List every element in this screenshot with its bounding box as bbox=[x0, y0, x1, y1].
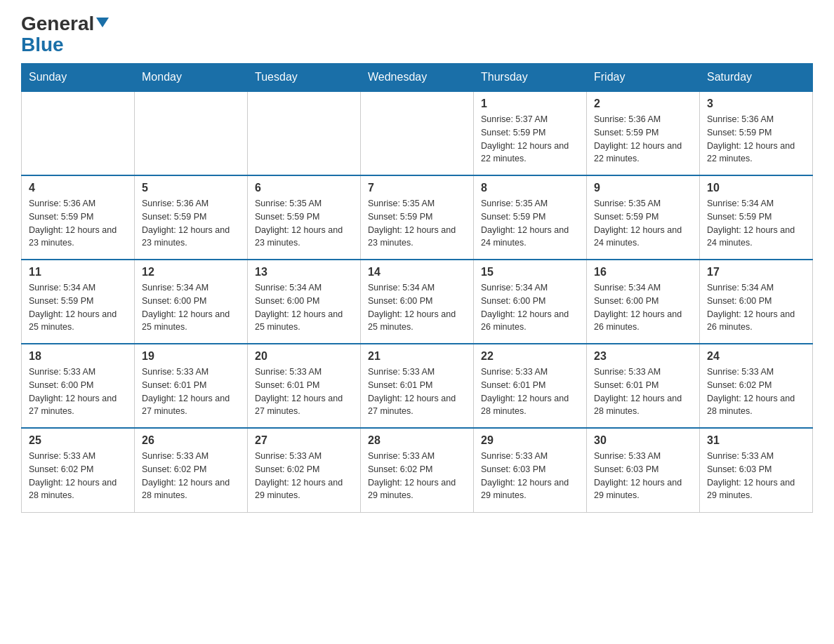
calendar-cell: 8Sunrise: 5:35 AM Sunset: 5:59 PM Daylig… bbox=[474, 175, 587, 260]
day-info: Sunrise: 5:33 AM Sunset: 6:03 PM Dayligh… bbox=[594, 450, 692, 502]
calendar-cell: 14Sunrise: 5:34 AM Sunset: 6:00 PM Dayli… bbox=[361, 260, 474, 344]
weekday-header-saturday: Saturday bbox=[700, 64, 813, 92]
day-number: 7 bbox=[368, 182, 466, 194]
day-info: Sunrise: 5:34 AM Sunset: 5:59 PM Dayligh… bbox=[29, 281, 127, 334]
day-info: Sunrise: 5:33 AM Sunset: 6:01 PM Dayligh… bbox=[368, 365, 466, 418]
day-info: Sunrise: 5:33 AM Sunset: 6:03 PM Dayligh… bbox=[481, 450, 579, 502]
weekday-header-wednesday: Wednesday bbox=[361, 64, 474, 92]
day-info: Sunrise: 5:34 AM Sunset: 6:00 PM Dayligh… bbox=[481, 281, 579, 334]
day-number: 14 bbox=[368, 266, 466, 279]
day-number: 10 bbox=[707, 182, 805, 194]
calendar-cell: 6Sunrise: 5:35 AM Sunset: 5:59 PM Daylig… bbox=[248, 175, 361, 260]
calendar-week-row: 25Sunrise: 5:33 AM Sunset: 6:02 PM Dayli… bbox=[22, 428, 813, 512]
day-number: 25 bbox=[29, 434, 127, 447]
logo-blue: Blue bbox=[21, 34, 64, 56]
weekday-header-row: SundayMondayTuesdayWednesdayThursdayFrid… bbox=[22, 64, 813, 92]
day-info: Sunrise: 5:34 AM Sunset: 6:00 PM Dayligh… bbox=[594, 281, 692, 334]
calendar-cell: 4Sunrise: 5:36 AM Sunset: 5:59 PM Daylig… bbox=[22, 175, 135, 260]
calendar-cell: 28Sunrise: 5:33 AM Sunset: 6:02 PM Dayli… bbox=[361, 428, 474, 512]
logo-triangle-icon bbox=[96, 18, 109, 27]
day-number: 16 bbox=[594, 266, 692, 279]
calendar-cell: 21Sunrise: 5:33 AM Sunset: 6:01 PM Dayli… bbox=[361, 344, 474, 428]
weekday-header-sunday: Sunday bbox=[22, 64, 135, 92]
calendar-cell: 27Sunrise: 5:33 AM Sunset: 6:02 PM Dayli… bbox=[248, 428, 361, 512]
day-number: 8 bbox=[481, 182, 579, 194]
day-number: 1 bbox=[481, 98, 579, 110]
logo-general: General bbox=[21, 14, 94, 34]
calendar-cell: 12Sunrise: 5:34 AM Sunset: 6:00 PM Dayli… bbox=[135, 260, 248, 344]
calendar-cell: 11Sunrise: 5:34 AM Sunset: 5:59 PM Dayli… bbox=[22, 260, 135, 344]
calendar-cell: 19Sunrise: 5:33 AM Sunset: 6:01 PM Dayli… bbox=[135, 344, 248, 428]
calendar-cell: 5Sunrise: 5:36 AM Sunset: 5:59 PM Daylig… bbox=[135, 175, 248, 260]
day-number: 15 bbox=[481, 266, 579, 279]
weekday-header-tuesday: Tuesday bbox=[248, 64, 361, 92]
calendar-cell: 29Sunrise: 5:33 AM Sunset: 6:03 PM Dayli… bbox=[474, 428, 587, 512]
calendar-cell bbox=[248, 91, 361, 175]
day-info: Sunrise: 5:37 AM Sunset: 5:59 PM Dayligh… bbox=[481, 113, 579, 166]
calendar-week-row: 11Sunrise: 5:34 AM Sunset: 5:59 PM Dayli… bbox=[22, 260, 813, 344]
day-info: Sunrise: 5:36 AM Sunset: 5:59 PM Dayligh… bbox=[29, 197, 127, 250]
calendar-cell: 31Sunrise: 5:33 AM Sunset: 6:03 PM Dayli… bbox=[700, 428, 813, 512]
calendar-cell: 3Sunrise: 5:36 AM Sunset: 5:59 PM Daylig… bbox=[700, 91, 813, 175]
calendar-cell bbox=[135, 91, 248, 175]
day-number: 12 bbox=[142, 266, 240, 279]
calendar-cell: 20Sunrise: 5:33 AM Sunset: 6:01 PM Dayli… bbox=[248, 344, 361, 428]
calendar-cell bbox=[361, 91, 474, 175]
day-info: Sunrise: 5:35 AM Sunset: 5:59 PM Dayligh… bbox=[594, 197, 692, 250]
day-info: Sunrise: 5:33 AM Sunset: 6:02 PM Dayligh… bbox=[368, 450, 466, 502]
day-info: Sunrise: 5:33 AM Sunset: 6:01 PM Dayligh… bbox=[142, 365, 240, 418]
calendar-cell: 10Sunrise: 5:34 AM Sunset: 5:59 PM Dayli… bbox=[700, 175, 813, 260]
day-number: 2 bbox=[594, 98, 692, 110]
day-number: 22 bbox=[481, 350, 579, 363]
calendar-cell: 25Sunrise: 5:33 AM Sunset: 6:02 PM Dayli… bbox=[22, 428, 135, 512]
weekday-header-friday: Friday bbox=[587, 64, 700, 92]
day-info: Sunrise: 5:33 AM Sunset: 6:02 PM Dayligh… bbox=[255, 450, 353, 502]
calendar-week-row: 4Sunrise: 5:36 AM Sunset: 5:59 PM Daylig… bbox=[22, 175, 813, 260]
day-number: 13 bbox=[255, 266, 353, 279]
day-info: Sunrise: 5:35 AM Sunset: 5:59 PM Dayligh… bbox=[255, 197, 353, 250]
page-header: General Blue bbox=[21, 14, 813, 56]
calendar-cell: 26Sunrise: 5:33 AM Sunset: 6:02 PM Dayli… bbox=[135, 428, 248, 512]
day-number: 23 bbox=[594, 350, 692, 363]
calendar-cell: 24Sunrise: 5:33 AM Sunset: 6:02 PM Dayli… bbox=[700, 344, 813, 428]
calendar-cell: 9Sunrise: 5:35 AM Sunset: 5:59 PM Daylig… bbox=[587, 175, 700, 260]
day-info: Sunrise: 5:33 AM Sunset: 6:02 PM Dayligh… bbox=[707, 365, 805, 418]
day-info: Sunrise: 5:34 AM Sunset: 6:00 PM Dayligh… bbox=[368, 281, 466, 334]
day-number: 3 bbox=[707, 98, 805, 110]
calendar-table: SundayMondayTuesdayWednesdayThursdayFrid… bbox=[21, 63, 813, 513]
day-info: Sunrise: 5:34 AM Sunset: 6:00 PM Dayligh… bbox=[142, 281, 240, 334]
day-number: 9 bbox=[594, 182, 692, 194]
day-number: 30 bbox=[594, 434, 692, 447]
calendar-cell: 30Sunrise: 5:33 AM Sunset: 6:03 PM Dayli… bbox=[587, 428, 700, 512]
day-info: Sunrise: 5:36 AM Sunset: 5:59 PM Dayligh… bbox=[707, 113, 805, 166]
calendar-week-row: 18Sunrise: 5:33 AM Sunset: 6:00 PM Dayli… bbox=[22, 344, 813, 428]
day-info: Sunrise: 5:34 AM Sunset: 5:59 PM Dayligh… bbox=[707, 197, 805, 250]
day-info: Sunrise: 5:33 AM Sunset: 6:01 PM Dayligh… bbox=[255, 365, 353, 418]
calendar-cell: 18Sunrise: 5:33 AM Sunset: 6:00 PM Dayli… bbox=[22, 344, 135, 428]
calendar-cell: 17Sunrise: 5:34 AM Sunset: 6:00 PM Dayli… bbox=[700, 260, 813, 344]
day-info: Sunrise: 5:36 AM Sunset: 5:59 PM Dayligh… bbox=[142, 197, 240, 250]
weekday-header-monday: Monday bbox=[135, 64, 248, 92]
day-number: 5 bbox=[142, 182, 240, 194]
day-number: 19 bbox=[142, 350, 240, 363]
day-info: Sunrise: 5:34 AM Sunset: 6:00 PM Dayligh… bbox=[707, 281, 805, 334]
calendar-cell: 22Sunrise: 5:33 AM Sunset: 6:01 PM Dayli… bbox=[474, 344, 587, 428]
day-info: Sunrise: 5:33 AM Sunset: 6:03 PM Dayligh… bbox=[707, 450, 805, 502]
calendar-week-row: 1Sunrise: 5:37 AM Sunset: 5:59 PM Daylig… bbox=[22, 91, 813, 175]
day-number: 4 bbox=[29, 182, 127, 194]
calendar-cell: 13Sunrise: 5:34 AM Sunset: 6:00 PM Dayli… bbox=[248, 260, 361, 344]
day-number: 27 bbox=[255, 434, 353, 447]
day-info: Sunrise: 5:33 AM Sunset: 6:02 PM Dayligh… bbox=[142, 450, 240, 502]
day-number: 18 bbox=[29, 350, 127, 363]
day-number: 21 bbox=[368, 350, 466, 363]
day-info: Sunrise: 5:36 AM Sunset: 5:59 PM Dayligh… bbox=[594, 113, 692, 166]
day-info: Sunrise: 5:34 AM Sunset: 6:00 PM Dayligh… bbox=[255, 281, 353, 334]
day-number: 6 bbox=[255, 182, 353, 194]
weekday-header-thursday: Thursday bbox=[474, 64, 587, 92]
calendar-cell: 16Sunrise: 5:34 AM Sunset: 6:00 PM Dayli… bbox=[587, 260, 700, 344]
day-info: Sunrise: 5:33 AM Sunset: 6:01 PM Dayligh… bbox=[481, 365, 579, 418]
calendar-cell: 23Sunrise: 5:33 AM Sunset: 6:01 PM Dayli… bbox=[587, 344, 700, 428]
day-number: 17 bbox=[707, 266, 805, 279]
day-number: 24 bbox=[707, 350, 805, 363]
day-info: Sunrise: 5:33 AM Sunset: 6:00 PM Dayligh… bbox=[29, 365, 127, 418]
